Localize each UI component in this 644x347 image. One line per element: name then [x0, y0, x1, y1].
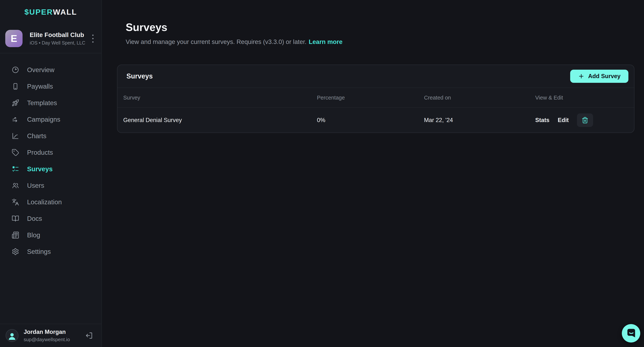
sidebar-item-label: Charts	[27, 132, 46, 140]
surveys-card-title: Surveys	[126, 72, 153, 80]
user-text: Jordan Morgan sup@daywellspent.io	[24, 329, 80, 343]
sidebar-item-charts[interactable]: Charts	[0, 128, 102, 144]
sidebar-item-label: Overview	[27, 66, 54, 74]
survey-percentage: 0%	[317, 117, 424, 124]
row-actions: Stats Edit	[535, 113, 634, 127]
localization-icon	[12, 198, 19, 206]
plus-icon	[578, 73, 584, 79]
logout-icon	[85, 332, 93, 340]
sidebar-item-label: Users	[27, 182, 44, 189]
page-subtitle: View and manage your current surveys. Re…	[126, 38, 644, 45]
sidebar-item-docs[interactable]: Docs	[0, 210, 102, 227]
templates-icon	[12, 99, 19, 107]
surveys-card: Surveys Add Survey Survey Percentage Cre…	[117, 65, 634, 133]
logo-accent-text: $UPER	[24, 8, 53, 16]
user-avatar	[6, 329, 18, 342]
page-subtitle-text: View and manage your current surveys. Re…	[126, 38, 306, 45]
sidebar-nav: Overview Paywalls Templates Campaigns Ch…	[0, 53, 102, 260]
sidebar-item-overview[interactable]: Overview	[0, 62, 102, 78]
stats-link[interactable]: Stats	[535, 117, 550, 124]
sidebar-item-templates[interactable]: Templates	[0, 95, 102, 111]
sidebar-item-label: Settings	[27, 248, 51, 255]
superwall-logo: $UPERWALL	[0, 0, 102, 24]
chat-launcher-button[interactable]	[622, 324, 640, 343]
sidebar-item-label: Localization	[27, 198, 62, 206]
sidebar-item-surveys[interactable]: Surveys	[0, 161, 102, 177]
table-header: Survey Percentage Created on View & Edit	[118, 88, 634, 108]
col-view-edit: View & Edit	[535, 95, 634, 101]
user-name: Jordan Morgan	[24, 329, 80, 335]
sidebar-item-label: Templates	[27, 99, 57, 107]
sidebar-item-label: Paywalls	[27, 83, 53, 90]
overview-icon	[12, 66, 19, 74]
delete-survey-button[interactable]	[577, 113, 593, 127]
sidebar-item-label: Docs	[27, 215, 42, 222]
org-switcher[interactable]: E Elite Football Club iOS • Day Well Spe…	[0, 24, 102, 53]
main-content: Surveys View and manage your current sur…	[102, 0, 644, 347]
org-meta: iOS • Day Well Spent, LLC	[30, 40, 91, 46]
survey-name: General Denial Survey	[123, 117, 317, 124]
org-menu-kebab-icon[interactable]	[91, 33, 95, 44]
chat-bubble-icon	[622, 324, 640, 343]
sidebar-item-label: Blog	[27, 231, 40, 239]
paywalls-icon	[12, 83, 19, 90]
col-percentage: Percentage	[317, 95, 424, 101]
sidebar-item-label: Products	[27, 149, 53, 156]
sidebar-item-blog[interactable]: Blog	[0, 227, 102, 243]
logo-rest-text: WALL	[53, 8, 77, 16]
charts-icon	[12, 132, 19, 140]
edit-link[interactable]: Edit	[558, 117, 569, 124]
user-footer[interactable]: Jordan Morgan sup@daywellspent.io	[0, 324, 102, 347]
org-initial: E	[11, 33, 17, 44]
trash-icon	[582, 117, 588, 124]
org-avatar: E	[5, 30, 22, 47]
page-title: Surveys	[126, 21, 644, 33]
col-survey: Survey	[123, 95, 317, 101]
add-survey-label: Add Survey	[588, 73, 620, 80]
col-created-on: Created on	[424, 95, 535, 101]
sidebar-item-localization[interactable]: Localization	[0, 194, 102, 210]
sidebar-item-settings[interactable]: Settings	[0, 243, 102, 260]
user-email: sup@daywellspent.io	[24, 337, 80, 343]
sidebar-item-users[interactable]: Users	[0, 177, 102, 194]
logout-button[interactable]	[85, 332, 93, 340]
org-text: Elite Football Club iOS • Day Well Spent…	[30, 31, 91, 46]
org-name: Elite Football Club	[30, 31, 91, 38]
campaigns-icon	[12, 116, 19, 123]
sidebar-item-products[interactable]: Products	[0, 144, 102, 161]
sidebar-item-campaigns[interactable]: Campaigns	[0, 111, 102, 128]
table-row: General Denial Survey 0% Mar 22, '24 Sta…	[118, 108, 634, 133]
blog-icon	[12, 231, 19, 239]
person-icon	[7, 331, 17, 342]
sidebar: $UPERWALL E Elite Football Club iOS • Da…	[0, 0, 102, 347]
sidebar-item-label: Campaigns	[27, 116, 60, 123]
sidebar-item-label: Surveys	[27, 165, 52, 173]
settings-icon	[12, 248, 19, 255]
add-survey-button[interactable]: Add Survey	[570, 70, 628, 83]
docs-icon	[12, 215, 19, 222]
surveys-icon	[12, 165, 19, 173]
products-icon	[12, 149, 19, 156]
learn-more-link[interactable]: Learn more	[309, 38, 342, 45]
users-icon	[12, 182, 19, 189]
survey-created-on: Mar 22, '24	[424, 117, 535, 124]
surveys-card-header: Surveys Add Survey	[118, 65, 634, 88]
sidebar-item-paywalls[interactable]: Paywalls	[0, 78, 102, 95]
